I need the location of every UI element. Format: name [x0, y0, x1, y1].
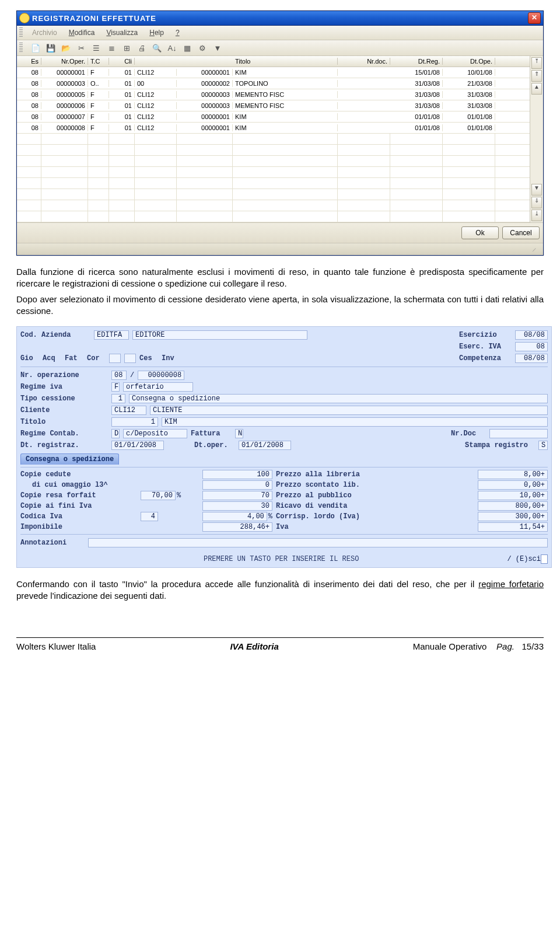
table-row[interactable] — [17, 167, 530, 178]
val-omaggio: 0 — [202, 480, 272, 490]
val-prezzo-pub: 10,00+ — [478, 491, 548, 500]
list2-icon[interactable]: ≣ — [106, 42, 117, 54]
table-row[interactable] — [17, 189, 530, 200]
scroll-pageup-icon[interactable]: ⇑ — [531, 70, 542, 82]
menu-help[interactable]: Help — [144, 27, 170, 38]
grip-icon — [19, 27, 23, 38]
fld-dtoper: 01/01/2008 — [239, 441, 291, 450]
table-row[interactable]: 0800000006F01CLI1200000003MEMENTO FISC31… — [17, 100, 530, 111]
lbl-acq: Acq — [43, 354, 61, 362]
scroll-down-icon[interactable]: ▼ — [531, 184, 542, 196]
menu-modifica[interactable]: Modifica — [63, 27, 101, 38]
menu-about[interactable]: ? — [170, 27, 186, 38]
lbl-ces: Ces — [139, 354, 158, 362]
open-icon[interactable]: 📂 — [60, 42, 72, 54]
scroll-bottom-icon[interactable]: ⤓ — [531, 210, 542, 221]
scroll-pagedown-icon[interactable]: ⇓ — [531, 197, 542, 208]
fld-fatturaN: N — [235, 429, 243, 438]
grid-header[interactable]: Es Nr.Oper. T.C Cli Titolo Nr.doc. Dt.Re… — [17, 56, 530, 67]
window-title: REGISTRAZIONI EFFETTUATE — [32, 14, 528, 23]
col-nrdoc: Nr.doc. — [338, 58, 390, 65]
grid-body[interactable]: 0800000001F01CLI1200000001KIM15/01/0810/… — [17, 67, 530, 222]
ok-button[interactable]: Ok — [461, 226, 499, 239]
lbl-codaz: Cod. Azienda — [20, 331, 90, 339]
find-icon[interactable]: 🔍 — [151, 42, 163, 54]
fld-editfa: EDITFA — [94, 330, 129, 340]
sort-icon[interactable]: A↓ — [166, 42, 178, 54]
new-icon[interactable]: 📄 — [30, 42, 41, 54]
lbl-copie-cedute: Copie cedute — [20, 470, 137, 479]
grip-icon — [19, 43, 23, 53]
print-icon[interactable]: 🖨 — [136, 42, 148, 54]
footer-right: Manuale Operativo Pag. 15/33 — [413, 641, 544, 651]
fld-dtreg: 01/01/2008 — [111, 441, 164, 450]
val-imponibile: 288,46+ — [202, 522, 272, 532]
tab-consegna[interactable]: Consegna o spedizione — [20, 453, 119, 465]
close-icon[interactable]: ✕ — [528, 12, 541, 24]
tool-icon[interactable]: ⚙ — [197, 42, 208, 54]
scroll-top-icon[interactable]: ⤒ — [531, 57, 542, 69]
lbl-nrdoc: Nr.Doc — [451, 430, 486, 438]
table-row[interactable] — [17, 200, 530, 211]
fld-regivaB: orfetario — [123, 382, 193, 392]
lbl-cliente: Cliente — [20, 406, 108, 414]
prompt-text: PREMERE UN TASTO PER INSERIRE IL RESO — [55, 555, 507, 563]
col-dtope: Dt.Ope. — [443, 58, 495, 65]
registrazioni-window: REGISTRAZIONI EFFETTUATE ✕ Archivio Modi… — [16, 11, 544, 256]
table-row[interactable]: 0800000005F01CLI1200000003MEMENTO FISC31… — [17, 89, 530, 100]
val-corrisp: 300,00+ — [478, 512, 548, 521]
fld-titoloA: 1 — [111, 417, 158, 427]
lbl-eserciva: Eserc. IVA — [459, 343, 512, 351]
table-row[interactable]: 0800000003O..010000000002TOPOLINO31/03/0… — [17, 78, 530, 89]
val-copie-cedute: 100 — [202, 470, 272, 479]
toolbar: 📄 💾 📂 ✂ ☰ ≣ ⊞ 🖨 🔍 A↓ ▦ ⚙ ▼ — [17, 40, 543, 56]
lbl-imponibile: Imponibile — [20, 523, 137, 531]
col-es: Es — [17, 58, 41, 65]
fld-tipocA: 1 — [111, 394, 125, 403]
paragraph-3: Confermando con il tasto "Invio" la proc… — [16, 578, 544, 602]
table-row[interactable]: 0800000007F01CLI1200000001KIM01/01/0801/… — [17, 111, 530, 123]
filter-icon[interactable]: ▼ — [212, 42, 223, 54]
fld-nropB: 00000008 — [138, 371, 184, 380]
table-row[interactable]: 0800000001F01CLI1200000001KIM15/01/0810/… — [17, 67, 530, 78]
table-row[interactable] — [17, 145, 530, 156]
scroll-up-icon[interactable]: ▲ — [531, 83, 542, 95]
lbl-ricavo: Ricavo di vendita — [276, 502, 474, 510]
table-row[interactable] — [17, 178, 530, 189]
lbl-cor: Cor — [87, 354, 106, 362]
save-icon[interactable]: 💾 — [45, 42, 57, 54]
lbl-dtreg: Dt. registraz. — [20, 441, 108, 449]
list-icon[interactable]: ☰ — [90, 42, 102, 54]
table-row[interactable]: 0800000008F01CLI1200000001KIM01/01/0801/… — [17, 123, 530, 134]
table-row[interactable] — [17, 156, 530, 167]
page-footer: Wolters Kluwer Italia IVA Editoria Manua… — [16, 637, 544, 657]
cut-icon[interactable]: ✂ — [75, 42, 87, 54]
lbl-annot: Annotazioni — [20, 539, 85, 547]
val-ricavo: 800,00+ — [478, 501, 548, 511]
table-row[interactable] — [17, 134, 530, 145]
lbl-copie-iva: Copie ai fini Iva — [20, 502, 137, 510]
paragraph-1: Dalla funzione di ricerca sono naturalme… — [16, 266, 544, 290]
lbl-titolo: Titolo — [20, 418, 108, 426]
titlebar[interactable]: REGISTRAZIONI EFFETTUATE ✕ — [17, 11, 543, 26]
val-codiva-code: 4 — [141, 512, 158, 521]
table-row[interactable] — [17, 211, 530, 222]
lbl-forfait: Copie resa forfait — [20, 491, 137, 500]
fld-regcontA: D — [111, 429, 120, 438]
fld-clienteA: CLI12 — [111, 406, 146, 415]
table-icon[interactable]: ⊞ — [121, 42, 132, 54]
fld-annot — [88, 538, 548, 547]
detail-form: Cod. Azienda EDITFA EDITORE Esercizio 08… — [16, 326, 552, 568]
excel-icon[interactable]: ▦ — [181, 42, 193, 54]
fld-nrdoc — [489, 429, 548, 438]
menubar: Archivio Modifica Visualizza Help ? — [17, 26, 543, 40]
col-dtreg: Dt.Reg. — [390, 58, 443, 65]
cancel-button[interactable]: Cancel — [502, 226, 540, 239]
menu-archivio[interactable]: Archivio — [26, 27, 63, 38]
statusbar: ⟋ — [17, 243, 543, 255]
footer-left: Wolters Kluwer Italia — [16, 641, 96, 651]
scrollbar[interactable]: ⤒ ⇑ ▲ ▼ ⇓ ⤓ — [530, 56, 543, 222]
val-iva: 11,54+ — [478, 522, 548, 532]
menu-visualizza[interactable]: Visualizza — [100, 27, 144, 38]
fld-editore: EDITORE — [132, 330, 307, 340]
